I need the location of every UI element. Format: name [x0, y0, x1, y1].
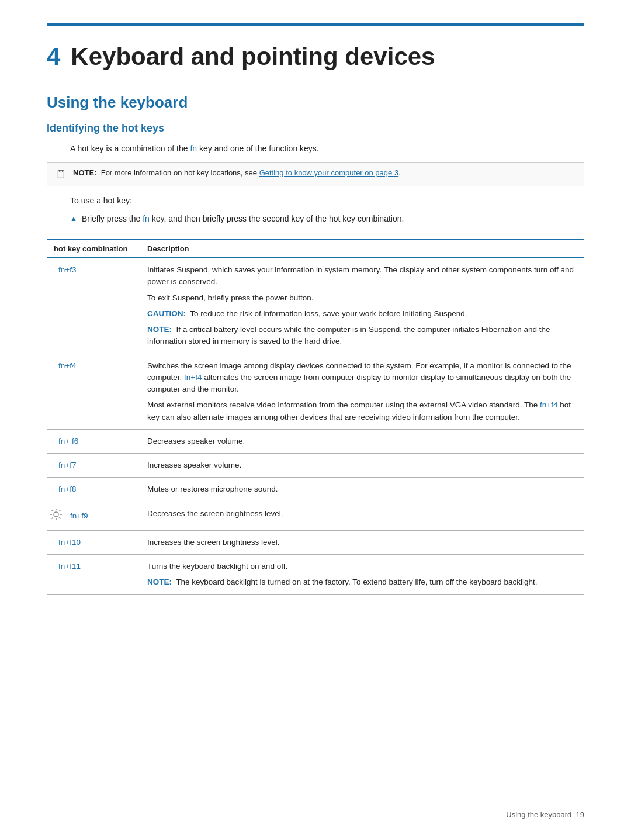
hotkey-key: fn+f11 [47, 555, 140, 595]
note-icon: 🗒 [56, 168, 67, 181]
fn-key-inline: fn [190, 144, 197, 153]
hotkey-description: Decreases the screen brightness level. [140, 502, 584, 530]
desc-para: Switches the screen image among display … [147, 360, 577, 396]
note-link[interactable]: Getting to know your computer on page 3 [259, 168, 398, 177]
table-row: fn+f8 Mutes or restores microphone sound… [47, 478, 584, 502]
hotkey-key: fn+f10 [47, 530, 140, 554]
hotkey-key: fn+f3 [47, 258, 140, 354]
hotkey-description: Decreases speaker volume. [140, 429, 584, 453]
section-title: Using the keyboard [47, 94, 584, 112]
col-header-description: Description [140, 240, 584, 258]
subsection-title: Identifying the hot keys [47, 122, 584, 134]
hotkey-description: Increases the screen brightness level. [140, 530, 584, 554]
caution-label: CAUTION: [147, 309, 186, 318]
table-row: fn+ f6 Decreases speaker volume. [47, 429, 584, 453]
svg-line-8 [52, 517, 53, 518]
hotkey-key: fn+f8 [47, 478, 140, 502]
svg-line-6 [59, 517, 60, 518]
svg-line-7 [59, 510, 60, 511]
hotkey-key: fn+ f6 [47, 429, 140, 453]
chapter-title: 4Keyboard and pointing devices [47, 43, 584, 70]
table-header-row: hot key combination Description [47, 240, 584, 258]
page-footer: Using the keyboard 19 [506, 810, 584, 819]
bullet-triangle-icon: ▲ [70, 215, 77, 223]
desc-para: Initiates Suspend, which saves your info… [147, 264, 577, 288]
hotkey-description: Mutes or restores microphone sound. [140, 478, 584, 502]
hotkey-table: hot key combination Description fn+f3 In… [47, 239, 584, 595]
hotkey-key: fn+f7 [47, 454, 140, 478]
hotkey-key-text: fn+f9 [70, 510, 88, 522]
hotkey-description: Turns the keyboard backlight on and off.… [140, 555, 584, 595]
intro-text: A hot key is a combination of the fn key… [70, 143, 584, 155]
chapter-number: 4 [47, 43, 60, 70]
svg-point-0 [54, 512, 58, 517]
note-box: 🗒 NOTE: For more information on hot key … [47, 162, 584, 186]
fn-key-inline: fn+f4 [184, 373, 202, 382]
desc-para: Mutes or restores microphone sound. [147, 483, 577, 495]
hotkey-description: Increases speaker volume. [140, 454, 584, 478]
sun-decrease-icon [47, 508, 65, 524]
table-row: fn+f10 Increases the screen brightness l… [47, 530, 584, 554]
note-text: NOTE: For more information on hot key lo… [73, 167, 401, 179]
desc-para: CAUTION: To reduce the risk of informati… [147, 308, 577, 320]
note-label: NOTE: [147, 578, 172, 586]
desc-para: NOTE: The keyboard backlight is turned o… [147, 576, 577, 588]
fn-key-inline: fn+f4 [540, 400, 557, 409]
hotkey-key: fn+f4 [47, 354, 140, 429]
desc-para: Increases speaker volume. [147, 459, 577, 471]
note-label: NOTE: [147, 325, 172, 334]
svg-line-5 [52, 510, 53, 511]
desc-para: Decreases the screen brightness level. [147, 508, 577, 520]
table-row: fn+f11 Turns the keyboard backlight on a… [47, 555, 584, 595]
fn-key-bullet: fn [143, 214, 150, 223]
table-row: fn+f3 Initiates Suspend, which saves you… [47, 258, 584, 354]
desc-para: Most external monitors receive video inf… [147, 399, 577, 423]
desc-para: Decreases speaker volume. [147, 435, 577, 447]
desc-para: Increases the screen brightness level. [147, 537, 577, 548]
table-row: fn+f7 Increases speaker volume. [47, 454, 584, 478]
col-header-key: hot key combination [47, 240, 140, 258]
desc-para: NOTE: If a critical battery level occurs… [147, 324, 577, 348]
hotkey-description: Initiates Suspend, which saves your info… [140, 258, 584, 354]
table-row: fn+f9 Decreases the screen brightness le… [47, 502, 584, 530]
table-row: fn+f4 Switches the screen image among di… [47, 354, 584, 429]
bullet-row: ▲ Briefly press the fn key, and then bri… [70, 213, 584, 231]
hotkey-key: fn+f9 [47, 502, 140, 530]
bullet-text: Briefly press the fn key, and then brief… [82, 213, 404, 225]
page-container: 4Keyboard and pointing devices Using the… [0, 0, 631, 840]
top-border [47, 23, 584, 26]
hotkey-description: Switches the screen image among display … [140, 354, 584, 429]
desc-para: Turns the keyboard backlight on and off. [147, 561, 577, 572]
desc-para: To exit Suspend, briefly press the power… [147, 292, 577, 304]
to-use-label: To use a hot key: [70, 195, 584, 207]
